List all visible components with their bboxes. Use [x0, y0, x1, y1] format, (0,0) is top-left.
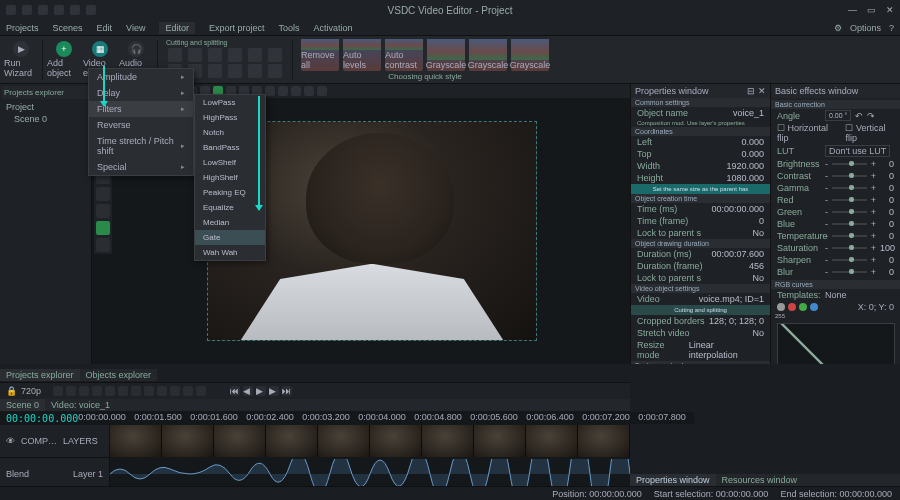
rgb-curve-editor[interactable]	[777, 323, 895, 364]
tab-scene0[interactable]: Scene 0	[0, 399, 45, 411]
resolution-label[interactable]: 720p	[21, 386, 41, 396]
slider-red[interactable]: Red-+0	[771, 194, 900, 206]
filter-highpass[interactable]: HighPass	[195, 110, 265, 125]
slider-contrast[interactable]: Contrast-+0	[771, 170, 900, 182]
explorer-title: Projects explorer	[2, 86, 89, 99]
slider-saturation[interactable]: Saturation-+100	[771, 242, 900, 254]
cut-split-label: Cutting and splitting	[162, 39, 288, 46]
chart-tool	[96, 204, 110, 218]
menubar[interactable]: Projects Scenes Edit View Editor Export …	[0, 20, 900, 36]
timeline-ruler[interactable]: 0:00:00.0000:00:01.5000:00:01.6000:00:02…	[78, 412, 694, 424]
next-frame-icon: ▶	[269, 386, 279, 396]
curve-red[interactable]	[788, 303, 796, 311]
same-size-button[interactable]: Set the same size as the parent has	[631, 184, 770, 194]
filter-notch[interactable]: Notch	[195, 125, 265, 140]
track-lanes[interactable]	[110, 425, 630, 491]
explorer-tabs[interactable]: Projects explorer Objects explorer	[0, 369, 157, 381]
add-object-button[interactable]: +Add object	[47, 38, 81, 82]
rotate-right-icon[interactable]: ↷	[867, 111, 875, 121]
section-basic-correction[interactable]: Basic correction	[771, 100, 900, 109]
record-tool	[96, 221, 110, 235]
filter-wah-wah[interactable]: Wah Wah	[195, 245, 265, 260]
timeline-tabs[interactable]: Scene 0 Video: voice_1	[0, 399, 630, 411]
project-tree[interactable]: Project Scene 0	[2, 99, 89, 127]
slider-green[interactable]: Green-+0	[771, 206, 900, 218]
tree-root[interactable]: Project	[6, 101, 85, 113]
angle-input[interactable]: 0.00 °	[825, 110, 851, 121]
help-icon[interactable]: ?	[889, 23, 894, 33]
section-coords[interactable]: Coordinates	[631, 127, 770, 136]
template-select[interactable]: None	[825, 290, 847, 300]
quick-style-thumbs[interactable]: Remove all Auto levels Auto contrast Gra…	[297, 39, 553, 71]
play-start-icon: ⏮	[230, 386, 240, 396]
menu-edit[interactable]: Edit	[97, 23, 113, 33]
section-common[interactable]: Common settings	[631, 98, 770, 107]
section-creation[interactable]: Object creation time	[631, 194, 770, 203]
filter-peaking-eq[interactable]: Peaking EQ	[195, 185, 265, 200]
zoom-tool	[96, 238, 110, 252]
video-clip[interactable]	[110, 425, 630, 457]
menu-activation[interactable]: Activation	[313, 23, 352, 33]
tree-scene[interactable]: Scene 0	[6, 113, 85, 125]
section-bg[interactable]: Background color	[631, 361, 770, 364]
fx-title: Basic effects window	[775, 86, 858, 96]
projects-explorer: Projects explorer Project Scene 0	[0, 84, 92, 364]
filter-median[interactable]: Median	[195, 215, 265, 230]
section-rgb-curves[interactable]: RGB curves	[771, 280, 900, 289]
headphones-icon: 🎧	[128, 41, 144, 57]
menu-projects[interactable]: Projects	[6, 23, 39, 33]
filter-highshelf[interactable]: HighShelf	[195, 170, 265, 185]
plus-icon: +	[56, 41, 72, 57]
slider-brightness[interactable]: Brightness-+0	[771, 158, 900, 170]
run-wizard-button[interactable]: ▶Run Wizard	[4, 38, 38, 82]
menu-export[interactable]: Export project	[209, 23, 265, 33]
tab-voice1[interactable]: Video: voice_1	[45, 399, 116, 411]
statusbar: Position: 00:00:00.000 Start selection: …	[0, 486, 900, 500]
curve-green[interactable]	[799, 303, 807, 311]
curve-all[interactable]	[777, 303, 785, 311]
section-duration[interactable]: Object drawing duration	[631, 239, 770, 248]
track-headers[interactable]: 👁COMP…LAYERS BlendLayer 1	[0, 425, 110, 491]
slider-blue[interactable]: Blue-+0	[771, 218, 900, 230]
window-controls[interactable]: —▭✕	[848, 5, 894, 15]
properties-window: Properties window⊟ ✕ Common settings Obj…	[630, 84, 770, 364]
cut-split-button[interactable]: Cutting and splitting	[631, 305, 770, 315]
filter-lowshelf[interactable]: LowShelf	[195, 155, 265, 170]
tab-properties[interactable]: Properties window	[630, 474, 716, 486]
prev-frame-icon: ◀	[243, 386, 253, 396]
basic-effects-window: Basic effects window Basic correction An…	[770, 84, 900, 364]
menu-editor[interactable]: Editor	[159, 22, 195, 34]
filter-bandpass[interactable]: BandPass	[195, 140, 265, 155]
rotate-left-icon[interactable]: ↶	[855, 111, 863, 121]
slider-temperature[interactable]: Temperature-+0	[771, 230, 900, 242]
wizard-icon: ▶	[13, 41, 29, 57]
curve-blue[interactable]	[810, 303, 818, 311]
mi-special[interactable]: Special▸	[89, 159, 193, 175]
options-link[interactable]: Options	[850, 23, 881, 33]
section-video-obj[interactable]: Video object settings	[631, 284, 770, 293]
timeline-controls[interactable]: 🔒 720p ⏮◀▶▶⏭	[0, 383, 630, 399]
slider-sharpen[interactable]: Sharpen-+0	[771, 254, 900, 266]
filter-lowpass[interactable]: LowPass	[195, 95, 265, 110]
mi-timestretch[interactable]: Time stretch / Pitch shift▸	[89, 133, 193, 159]
tab-resources[interactable]: Resources window	[716, 474, 804, 486]
audio-waveform[interactable]	[110, 459, 630, 489]
pin-icon[interactable]: ⊟ ✕	[747, 86, 766, 96]
slider-blur[interactable]: Blur-+0	[771, 266, 900, 278]
right-bottom-tabs[interactable]: Properties window Resources window	[630, 474, 900, 486]
gear-icon[interactable]: ⚙	[834, 23, 842, 33]
menu-tools[interactable]: Tools	[278, 23, 299, 33]
close-icon: ✕	[886, 5, 894, 15]
filter-gate[interactable]: Gate	[195, 230, 265, 245]
slider-gamma[interactable]: Gamma-+0	[771, 182, 900, 194]
menu-view[interactable]: View	[126, 23, 145, 33]
lut-select[interactable]: Don't use LUT	[825, 145, 890, 157]
annotation-arrow-2	[258, 96, 260, 210]
track-lock-icon[interactable]: 🔒	[6, 386, 17, 396]
tab-projects-explorer[interactable]: Projects explorer	[0, 369, 80, 381]
tab-objects-explorer[interactable]: Objects explorer	[80, 369, 158, 381]
mi-reverse[interactable]: Reverse	[89, 117, 193, 133]
filters-submenu[interactable]: LowPassHighPassNotchBandPassLowShelfHigh…	[194, 94, 266, 261]
menu-scenes[interactable]: Scenes	[53, 23, 83, 33]
qat	[6, 5, 96, 15]
